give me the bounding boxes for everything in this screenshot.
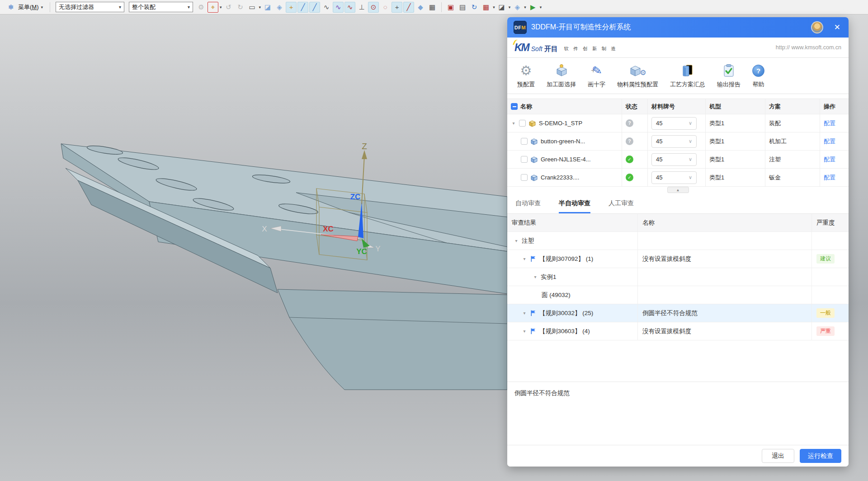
wave-curve-tool-icon[interactable]: ∿	[344, 2, 355, 13]
tab-auto-review[interactable]: 自动审查	[515, 195, 541, 213]
translucent-cube-icon[interactable]: ◈	[274, 2, 285, 13]
redo-icon[interactable]: ↻	[235, 2, 246, 13]
chevron-down-icon[interactable]: ▾	[220, 5, 222, 9]
table-row[interactable]: ▾ 【规则30603】 (4) 没有设置拔模斜度 严重	[507, 322, 849, 340]
axis-tool-icon[interactable]: ⊥	[356, 2, 367, 13]
datum-grid-icon[interactable]: ▦	[427, 2, 438, 13]
pan-tool-icon[interactable]: +	[286, 2, 297, 13]
snap-point-filter-icon[interactable]: ⌖	[208, 2, 218, 13]
toolbar-separator	[50, 2, 50, 12]
table-row[interactable]: ▾ 【规则307092】 (1) 没有设置拔模斜度 建议	[507, 250, 849, 268]
axis-label-y: Y	[375, 245, 380, 253]
row-checkbox[interactable]	[519, 120, 526, 127]
dfm-ribbon: ⚙ 预配置 加工面选择 + ✎ 画十字	[507, 58, 849, 94]
chevron-down-icon[interactable]: ▾	[540, 5, 542, 9]
marquee-select-icon[interactable]: ▭	[247, 2, 258, 13]
results-header: 审查结果 名称 严重度	[507, 214, 849, 232]
run-check-button[interactable]: 运行检查	[800, 449, 841, 463]
pencil-cross-icon: + ✎	[591, 63, 602, 78]
chevron-down-icon[interactable]: ▾	[493, 5, 495, 9]
status-unknown-icon: ?	[626, 137, 633, 145]
table-row[interactable]: ▾ 注塑	[507, 232, 849, 250]
table-row[interactable]: Green-NJL1SE-4... ✓ 45 ∨ 类型1 注塑 配置	[507, 151, 849, 169]
assembly-icon	[528, 120, 536, 127]
panel-titlebar[interactable]: DFM 3DDFM-开目可制造性分析系统 ✕	[507, 17, 849, 38]
row-expander-icon[interactable]: ▾	[511, 121, 516, 126]
spline-tool-icon[interactable]: ∿	[333, 2, 344, 13]
point-tool-icon[interactable]: +	[392, 2, 402, 13]
machining-face-select-button[interactable]: 加工面选择	[542, 61, 580, 90]
screen-layout-icon[interactable]: ▦	[481, 2, 491, 13]
chevron-down-icon: ∨	[689, 174, 692, 180]
export-report-button[interactable]: 输出报告	[712, 61, 745, 90]
slash-tool-icon[interactable]: ╱	[403, 2, 414, 13]
selection-scope-select[interactable]: 整个装配 ▾	[129, 2, 193, 12]
configure-link[interactable]: 配置	[824, 119, 835, 127]
severity-badge: 一般	[816, 308, 835, 318]
menu-caret-icon: ▾	[41, 5, 43, 9]
undo-icon[interactable]: ↺	[223, 2, 234, 13]
view-orient-cube-icon[interactable]: ◈	[512, 2, 523, 13]
chevron-down-icon[interactable]: ▾	[524, 5, 526, 9]
table-row[interactable]: ▾ 实例1	[507, 268, 849, 286]
close-icon[interactable]: ✕	[832, 23, 842, 32]
material-select[interactable]: 45 ∨	[651, 117, 697, 130]
material-property-preconfig-button[interactable]: ⚙ 物料属性预配置	[613, 61, 663, 90]
line-angle-tool-icon[interactable]: ╱	[309, 2, 320, 13]
selection-filter-select[interactable]: 无选择过滤器 ▾	[56, 2, 124, 12]
row-checkbox[interactable]	[521, 174, 528, 181]
box-person-icon	[554, 63, 569, 78]
process-plan-summary-button[interactable]: 工艺方案汇总	[665, 61, 710, 90]
chevron-down-icon[interactable]: ▾	[509, 5, 511, 9]
gear-icon: ⚙	[520, 64, 532, 77]
table-row[interactable]: 面 (49032)	[507, 286, 849, 304]
row-expander-icon[interactable]: ▾	[522, 256, 527, 261]
refresh-view-icon[interactable]: ↻	[469, 2, 480, 13]
preconfig-button[interactable]: ⚙ 预配置	[513, 61, 539, 90]
table-row[interactable]: button-green-N... ? 45 ∨ 类型1 机加工 配置	[507, 132, 849, 151]
exit-button[interactable]: 退出	[762, 449, 794, 463]
menu-button[interactable]: ❄ 菜单(M) ▾	[3, 2, 46, 13]
configure-link[interactable]: 配置	[824, 156, 835, 164]
tab-semi-auto-review[interactable]: 半自动审查	[559, 195, 590, 213]
row-checkbox[interactable]	[521, 138, 528, 145]
play-analysis-icon[interactable]: ▶	[528, 2, 538, 13]
configure-link[interactable]: 配置	[824, 137, 835, 146]
curve-tool-icon[interactable]: ∿	[321, 2, 332, 13]
axis-label-xc: XC	[323, 225, 334, 233]
panel-title: 3DDFM-开目可制造性分析系统	[531, 23, 807, 32]
user-avatar[interactable]	[811, 21, 823, 33]
table-row[interactable]: ▾ S-DEMO-1_STP ? 45 ∨ 类型1 装配 配置	[507, 114, 849, 132]
configure-link[interactable]: 配置	[824, 174, 835, 182]
assembly-constraints-icon[interactable]: ⚙	[196, 2, 207, 13]
shaded-view-icon[interactable]: ◪	[262, 2, 273, 13]
surface-tool-icon[interactable]: ◆	[415, 2, 426, 13]
circle-center-tool-icon[interactable]: ⊙	[368, 2, 379, 13]
chevron-down-icon: ▾	[188, 5, 190, 9]
material-select[interactable]: 45 ∨	[651, 153, 697, 166]
row-expander-icon[interactable]: ▾	[533, 274, 538, 279]
render-style-icon[interactable]: ◪	[496, 2, 507, 13]
row-expander-icon[interactable]: ▾	[522, 311, 527, 316]
help-button[interactable]: ? 帮助	[748, 61, 769, 90]
table-row-selected[interactable]: ▾ 【规则30032】 (25) 倒圆半径不符合规范 一般	[507, 304, 849, 322]
line-tool-icon[interactable]: ╱	[297, 2, 308, 13]
row-checkbox[interactable]	[521, 156, 528, 163]
dfm-logo-icon: DFM	[514, 21, 527, 34]
scroll-up-button[interactable]: ▲	[667, 187, 689, 193]
tab-manual-review[interactable]: 人工审查	[609, 195, 634, 213]
material-select[interactable]: 45 ∨	[651, 135, 697, 148]
draw-cross-button[interactable]: + ✎ 画十字	[583, 61, 610, 90]
select-all-checkbox[interactable]	[511, 103, 518, 110]
chevron-down-icon: ∨	[689, 138, 692, 144]
material-select[interactable]: 45 ∨	[651, 171, 697, 184]
pan-view-icon[interactable]: ▤	[457, 2, 468, 13]
brand-url: http:// www.kmsoft.com.cn	[776, 44, 841, 51]
box-gear-icon: ⚙	[629, 63, 646, 78]
table-row[interactable]: Crank22333.... ✓ 45 ∨ 类型1 钣金 配置	[507, 169, 849, 187]
row-expander-icon[interactable]: ▾	[514, 238, 519, 243]
chevron-down-icon[interactable]: ▾	[259, 5, 261, 9]
circle-dashed-tool-icon[interactable]: ◌	[380, 2, 391, 13]
zoom-window-icon[interactable]: ▣	[445, 2, 456, 13]
row-expander-icon[interactable]: ▾	[522, 329, 527, 334]
